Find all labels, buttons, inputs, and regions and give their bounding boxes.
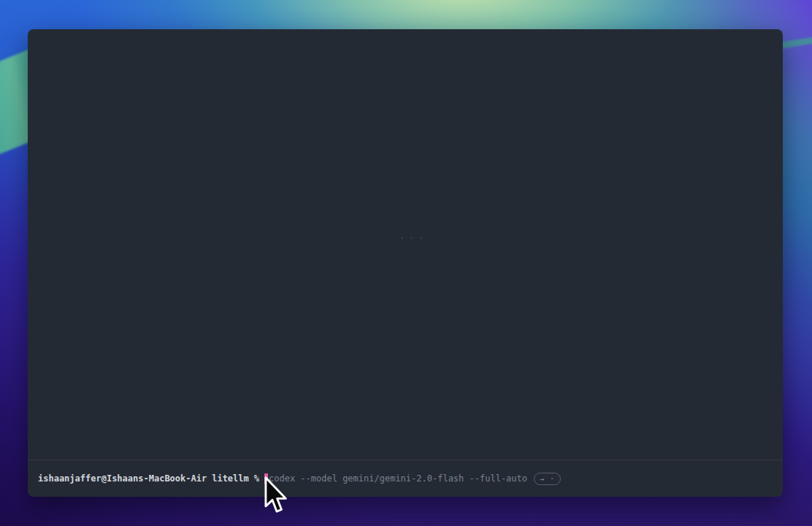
terminal-output-area: ···: [28, 29, 783, 460]
prompt-symbol: %: [254, 473, 259, 484]
loading-ellipsis: ···: [391, 232, 435, 243]
command-input-line[interactable]: ishaanjaffer@Ishaans-MacBook-Air litellm…: [28, 460, 783, 497]
text-cursor-caret: [264, 473, 268, 484]
prompt-user-host: ishaanjaffer@Ishaans-MacBook-Air: [38, 473, 207, 484]
command-text: codex --model gemini/gemini-2.0-flash --…: [269, 473, 527, 484]
prompt-directory: litellm: [212, 473, 249, 484]
terminal-window[interactable]: ··· ishaanjaffer@Ishaans-MacBook-Air lit…: [28, 29, 783, 497]
right-arrow-key-icon: → ·: [534, 473, 561, 485]
